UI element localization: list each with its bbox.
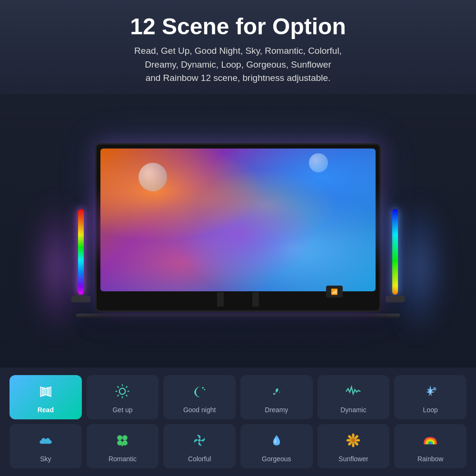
scene-label-dreamy: Dreamy (265, 406, 288, 414)
moon-icon (191, 383, 208, 402)
svg-line-9 (118, 395, 119, 397)
tv-base (71, 312, 405, 317)
wifi-icon: 📶 (331, 288, 338, 295)
scene-label-read: Read (38, 406, 54, 414)
scene-label-loop: Loop (423, 406, 438, 414)
scene-item-goodnight[interactable]: Good night (163, 375, 236, 419)
scene-label-rainbow: Rainbow (417, 455, 443, 463)
scene-item-sunflower[interactable]: Sunflower (317, 424, 390, 468)
main-title: 12 Scene for Option (19, 13, 457, 40)
scene-item-colorful[interactable]: Colorful (163, 424, 236, 468)
scene-item-read[interactable]: Read (10, 375, 82, 419)
right-base (386, 296, 405, 302)
svg-line-7 (126, 395, 128, 397)
tv-section: 📶 (0, 94, 476, 368)
scene-label-gorgeous: Gorgeous (262, 455, 291, 463)
svg-line-6 (118, 387, 119, 388)
grid-section: Read Get up (0, 367, 476, 476)
svg-point-12 (118, 435, 123, 440)
scene-grid: Read Get up (10, 375, 466, 468)
music-icon (268, 383, 285, 402)
book-icon (37, 383, 54, 402)
scene-item-dynamic[interactable]: Dynamic (317, 375, 390, 419)
clover-icon (114, 432, 131, 451)
wave-icon (345, 383, 362, 402)
scene-item-loop[interactable]: Loop (394, 375, 466, 419)
scene-item-dreamy[interactable]: Dreamy (240, 375, 313, 419)
tv: 📶 (95, 143, 381, 312)
svg-point-18 (274, 439, 276, 443)
scene-item-sky[interactable]: Sky (10, 424, 82, 468)
svg-point-23 (356, 439, 360, 441)
wifi-device: 📶 (326, 286, 343, 298)
tv-surface (76, 314, 400, 317)
cloud-icon (37, 432, 54, 451)
svg-point-21 (352, 434, 355, 438)
svg-point-1 (119, 388, 126, 395)
left-base (71, 296, 90, 302)
subtitle: Read, Get Up, Good Night, Sky, Romantic,… (19, 44, 457, 85)
scene-label-dynamic: Dynamic (340, 406, 366, 414)
scene-label-romantic: Romantic (109, 455, 137, 463)
scene-item-rainbow[interactable]: Rainbow (394, 424, 466, 468)
svg-point-13 (122, 435, 128, 440)
fan-icon (191, 432, 208, 451)
scene-item-getup[interactable]: Get up (87, 375, 159, 419)
header-section: 12 Scene for Option Read, Get Up, Good N… (0, 0, 476, 94)
tv-screen (100, 149, 376, 291)
sun-icon (114, 383, 131, 402)
page-wrapper: 12 Scene for Option Read, Get Up, Good N… (0, 0, 476, 476)
sparkle-icon (422, 383, 439, 402)
tv-stand-leg-left (217, 292, 224, 307)
svg-rect-16 (122, 444, 124, 446)
tv-container: 📶 (71, 143, 405, 312)
scene-label-sunflower: Sunflower (338, 455, 368, 463)
rainbow-icon (422, 432, 439, 451)
svg-line-8 (126, 387, 128, 388)
drop-icon (268, 432, 285, 451)
svg-point-20 (351, 438, 356, 443)
scene-label-colorful: Colorful (188, 455, 211, 463)
tv-stand-leg-right (252, 292, 259, 307)
svg-point-10 (202, 387, 204, 389)
scene-item-romantic[interactable]: Romantic (87, 424, 159, 468)
scene-label-goodnight: Good night (183, 406, 216, 414)
svg-point-27 (347, 439, 351, 441)
svg-point-25 (352, 443, 355, 447)
scene-item-gorgeous[interactable]: Gorgeous (240, 424, 313, 468)
tv-screen-art (100, 149, 376, 291)
svg-point-11 (204, 389, 206, 390)
scene-label-getup: Get up (112, 406, 132, 414)
sunflower-icon (345, 432, 362, 451)
scene-label-sky: Sky (40, 455, 51, 463)
svg-point-17 (198, 439, 200, 441)
